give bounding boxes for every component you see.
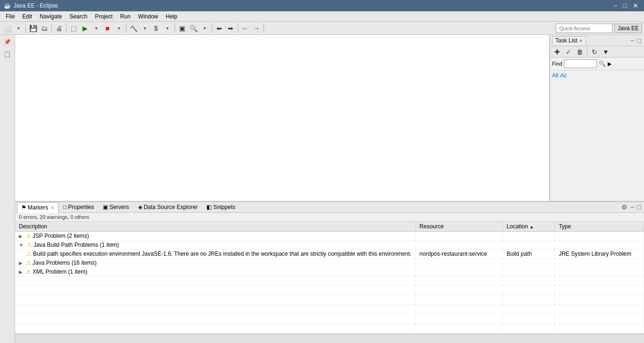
separator-1 — [25, 24, 26, 33]
build-dropdown[interactable]: ▾ — [140, 23, 150, 33]
table-row: ▶ ⚠ Java Problems (16 items) — [15, 259, 644, 268]
expand-icon[interactable]: ▶ — [19, 234, 23, 239]
run-button[interactable]: ▶ — [80, 23, 90, 33]
menu-project[interactable]: Project — [91, 12, 116, 21]
next-edit-button[interactable]: ➡ — [225, 23, 236, 33]
print-button[interactable]: 🖨 — [54, 23, 64, 33]
save-button[interactable]: 💾 — [28, 23, 38, 33]
empty-row — [15, 286, 644, 295]
datasource-tab-icon: ◈ — [138, 204, 142, 210]
task-list-tab-close[interactable]: ✕ — [579, 38, 583, 43]
menu-edit[interactable]: Edit — [18, 12, 36, 21]
col-type[interactable]: Type — [555, 222, 644, 232]
expand-icon[interactable]: ▶ — [19, 269, 23, 275]
new-button[interactable]: ⬜ — [2, 23, 12, 33]
row-description: ⚠ Build path specifies execution environ… — [15, 250, 415, 259]
row-type — [555, 259, 644, 268]
markers-body: ▶ ⚠ JSP Problem (2 items) — [15, 232, 644, 334]
filter-activate-label[interactable]: Ac — [560, 72, 567, 79]
collapse-icon[interactable]: ▼ — [19, 243, 24, 248]
table-row: ▶ ⚠ JSP Problem (2 items) — [15, 232, 644, 241]
save-all-button[interactable]: 🗂 — [39, 23, 50, 33]
col-location[interactable]: Location ▲ — [503, 222, 555, 232]
debug-button[interactable]: ⬚ — [68, 23, 79, 33]
bottom-view-menu[interactable]: ⚙ — [620, 203, 628, 211]
row-location — [503, 259, 555, 268]
filter-all-label[interactable]: All — [552, 72, 558, 79]
table-row: ▼ ⚠ Java Build Path Problems (1 item) — [15, 241, 644, 250]
editor-main[interactable] — [15, 35, 550, 201]
task-list-tab[interactable]: Task List ✕ — [552, 36, 586, 44]
snippets-tab-icon: ◧ — [206, 204, 212, 210]
tab-markers[interactable]: ⚑ Markers ✕ — [17, 202, 58, 213]
forward-button[interactable]: → — [251, 23, 262, 33]
right-panel-maximize[interactable]: □ — [636, 37, 642, 44]
row-description-text: Java Build Path Problems (1 item) — [33, 242, 119, 248]
markers-tab-close[interactable]: ✕ — [50, 205, 54, 210]
perspective-button[interactable]: Java EE — [614, 24, 642, 33]
center-right: Task List ✕ − □ ✚ ✓ 🗑 ↻ ▼ — [15, 35, 644, 343]
task-list-content — [550, 81, 644, 201]
sidebar-pin-btn[interactable]: 📌 — [2, 37, 13, 47]
server-button[interactable]: ▣ — [177, 23, 187, 33]
bottom-panel-controls: ⚙ − □ — [620, 203, 642, 211]
minimize-button[interactable]: − — [611, 2, 619, 9]
task-mark-done[interactable]: ✓ — [563, 47, 574, 57]
search-icon: 🔍 — [599, 60, 606, 67]
bottom-minimize[interactable]: − — [629, 203, 635, 211]
task-sync[interactable]: ↻ — [589, 47, 600, 57]
task-purge[interactable]: 🗑 — [575, 47, 585, 57]
close-button[interactable]: ✕ — [631, 2, 640, 9]
task-filter[interactable]: ▼ — [601, 47, 611, 57]
properties-tab-icon: □ — [63, 204, 66, 210]
menu-help[interactable]: Help — [162, 12, 182, 21]
row-location — [503, 232, 555, 241]
task-list-toolbar: ✚ ✓ 🗑 ↻ ▼ — [550, 46, 644, 58]
task-new-btn[interactable]: ✚ — [552, 47, 562, 57]
markers-panel: 0 errors, 20 warnings, 0 others Descript… — [15, 213, 644, 334]
menu-window[interactable]: Window — [134, 12, 162, 21]
back-button[interactable]: ← — [240, 23, 250, 33]
dollar-button[interactable]: $ — [151, 23, 161, 33]
new-dropdown[interactable]: ▾ — [13, 23, 24, 33]
warning-icon: ⚠ — [26, 268, 31, 275]
row-description-text: Build path specifies execution environme… — [33, 251, 412, 257]
menu-run[interactable]: Run — [116, 12, 134, 21]
prev-edit-button[interactable]: ⬅ — [214, 23, 224, 33]
sidebar-task-btn[interactable]: 📋 — [2, 49, 13, 59]
col-description[interactable]: Description — [15, 222, 415, 232]
stop-button[interactable]: ■ — [102, 23, 113, 33]
tab-properties[interactable]: □ Properties — [59, 202, 98, 212]
warning-icon: ⚠ — [26, 251, 32, 257]
empty-row — [15, 295, 644, 305]
menu-bar: File Edit Navigate Search Project Run Wi… — [0, 11, 644, 22]
markers-table: Description Resource Location ▲ Type — [15, 222, 644, 334]
maximize-button[interactable]: □ — [621, 2, 629, 9]
dollar-dropdown[interactable]: ▾ — [162, 23, 173, 33]
tab-datasource[interactable]: ◈ Data Source Explorer — [134, 202, 202, 212]
stop-dropdown[interactable]: ▾ — [114, 23, 124, 33]
bottom-maximize[interactable]: □ — [636, 203, 642, 211]
build-button[interactable]: 🔨 — [128, 23, 139, 33]
empty-row — [15, 314, 644, 324]
menu-navigate[interactable]: Navigate — [36, 12, 66, 21]
tab-snippets[interactable]: ◧ Snippets — [202, 202, 239, 212]
menu-search[interactable]: Search — [66, 12, 91, 21]
right-panel-minimize[interactable]: − — [629, 37, 635, 44]
task-find-input[interactable] — [564, 59, 597, 68]
open-type-button[interactable]: 🔍 — [188, 23, 198, 33]
warning-icon: ⚠ — [26, 233, 31, 239]
row-type — [555, 232, 644, 241]
servers-tab-icon: ▣ — [103, 204, 108, 210]
find-label: Find — [552, 61, 562, 67]
open-dropdown[interactable]: ▾ — [199, 23, 210, 33]
quick-access-input[interactable] — [556, 24, 612, 33]
menu-file[interactable]: File — [2, 12, 18, 21]
bottom-tab-bar: ⚑ Markers ✕ □ Properties ▣ Servers ◈ Dat… — [15, 201, 644, 213]
tab-servers[interactable]: ▣ Servers — [99, 202, 133, 212]
expand-icon[interactable]: ▶ — [19, 260, 23, 266]
col-resource[interactable]: Resource — [415, 222, 503, 232]
right-arrow-icon[interactable]: ▶ — [608, 61, 611, 67]
right-panel: Task List ✕ − □ ✚ ✓ 🗑 ↻ ▼ — [550, 35, 644, 201]
run-dropdown[interactable]: ▾ — [91, 23, 101, 33]
